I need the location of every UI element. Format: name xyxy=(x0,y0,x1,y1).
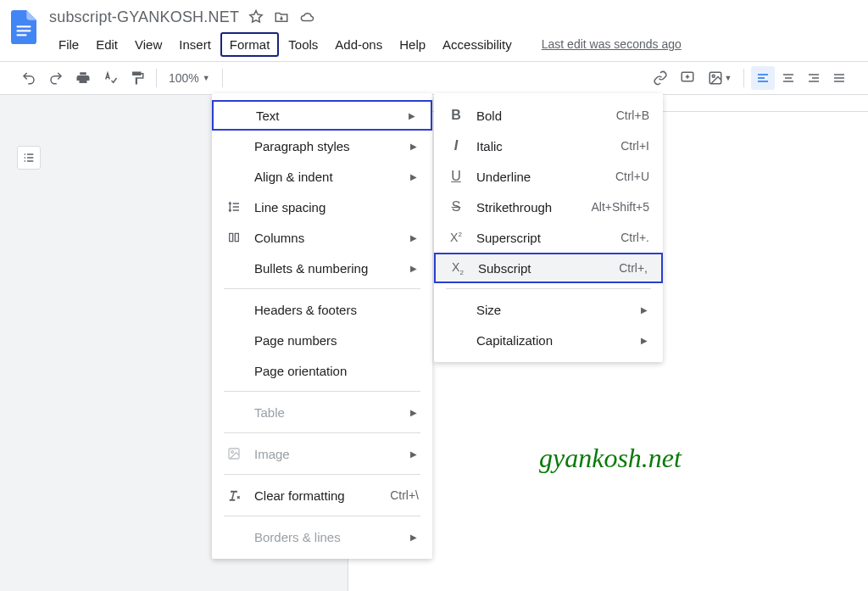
format-clear-formatting[interactable]: Clear formattingCtrl+\ xyxy=(212,480,432,510)
text-submenu: BBoldCtrl+B IItalicCtrl+I UUnderlineCtrl… xyxy=(434,93,663,362)
format-bullets-numbering[interactable]: Bullets & numbering▶ xyxy=(212,253,432,283)
add-comment-icon[interactable] xyxy=(676,66,699,90)
text-capitalization[interactable]: Capitalization▶ xyxy=(434,325,663,355)
line-spacing-icon xyxy=(225,200,242,214)
redo-icon[interactable] xyxy=(44,66,68,90)
undo-icon[interactable] xyxy=(17,66,41,90)
format-paragraph-styles[interactable]: Paragraph styles▶ xyxy=(212,131,432,161)
format-columns[interactable]: Columns▶ xyxy=(212,222,432,253)
align-right-icon[interactable] xyxy=(802,66,826,90)
menu-file[interactable]: File xyxy=(51,34,86,55)
format-line-spacing[interactable]: Line spacing xyxy=(212,192,432,222)
menu-tools[interactable]: Tools xyxy=(281,34,326,55)
align-center-icon[interactable] xyxy=(776,66,800,90)
menu-insert[interactable]: Insert xyxy=(171,34,219,55)
menu-edit[interactable]: Edit xyxy=(88,34,125,55)
align-left-icon[interactable] xyxy=(751,66,775,90)
docs-logo[interactable] xyxy=(8,7,39,47)
submenu-arrow-icon: ▶ xyxy=(410,449,419,459)
submenu-arrow-icon: ▶ xyxy=(409,111,417,120)
svg-rect-1 xyxy=(17,30,31,31)
submenu-arrow-icon: ▶ xyxy=(410,264,419,273)
svg-point-7 xyxy=(231,451,234,454)
submenu-arrow-icon: ▶ xyxy=(410,172,419,181)
spellcheck-icon[interactable] xyxy=(98,66,122,90)
insert-link-icon[interactable] xyxy=(648,66,672,90)
underline-icon: U xyxy=(448,169,465,184)
text-italic[interactable]: IItalicCtrl+I xyxy=(434,131,663,161)
submenu-arrow-icon: ▶ xyxy=(410,532,419,542)
star-icon[interactable] xyxy=(248,8,264,25)
strikethrough-icon: S xyxy=(448,199,465,215)
submenu-arrow-icon: ▶ xyxy=(410,408,419,417)
svg-rect-0 xyxy=(17,25,31,27)
superscript-icon: X2 xyxy=(448,231,465,244)
align-justify-icon[interactable] xyxy=(827,66,851,90)
menu-view[interactable]: View xyxy=(127,34,170,55)
document-title[interactable]: subscript-GYANKOSH.NET xyxy=(49,8,239,26)
text-subscript[interactable]: X2SubscriptCtrl+, xyxy=(434,253,663,283)
watermark-text: gyankosh.net xyxy=(539,443,682,474)
format-page-orientation[interactable]: Page orientation xyxy=(212,355,432,386)
last-edit-link[interactable]: Last edit was seconds ago xyxy=(542,37,682,51)
clear-formatting-icon xyxy=(225,488,242,502)
document-outline-icon[interactable] xyxy=(17,146,41,170)
image-icon xyxy=(225,447,242,460)
text-strikethrough[interactable]: SStrikethroughAlt+Shift+5 xyxy=(434,192,663,222)
zoom-select[interactable]: 100%▼ xyxy=(164,71,215,85)
cloud-status-icon[interactable] xyxy=(298,8,315,25)
insert-image-icon[interactable]: ▼ xyxy=(703,66,737,90)
italic-icon: I xyxy=(448,138,465,153)
paint-format-icon[interactable] xyxy=(125,66,149,90)
format-page-numbers[interactable]: Page numbers xyxy=(212,325,432,355)
format-table[interactable]: Table▶ xyxy=(212,397,432,427)
format-text[interactable]: Text▶ xyxy=(212,100,432,131)
svg-rect-2 xyxy=(17,34,27,36)
menu-format[interactable]: Format xyxy=(220,32,280,57)
submenu-arrow-icon: ▶ xyxy=(410,142,419,151)
format-align-indent[interactable]: Align & indent▶ xyxy=(212,161,432,192)
format-dropdown: Text▶ Paragraph styles▶ Align & indent▶ … xyxy=(212,93,432,559)
text-underline[interactable]: UUnderlineCtrl+U xyxy=(434,161,663,192)
print-icon[interactable] xyxy=(71,66,95,90)
subscript-icon: X2 xyxy=(449,260,466,276)
zoom-value: 100% xyxy=(169,71,199,85)
menu-help[interactable]: Help xyxy=(392,34,433,55)
submenu-arrow-icon: ▶ xyxy=(641,305,649,315)
submenu-arrow-icon: ▶ xyxy=(641,336,649,345)
text-bold[interactable]: BBoldCtrl+B xyxy=(434,100,663,131)
text-size[interactable]: Size▶ xyxy=(434,294,663,325)
bold-icon: B xyxy=(448,108,465,123)
menu-accessibility[interactable]: Accessibility xyxy=(435,34,520,55)
menu-addons[interactable]: Add-ons xyxy=(327,34,390,55)
svg-point-5 xyxy=(712,75,715,77)
text-superscript[interactable]: X2SuperscriptCtrl+. xyxy=(434,222,663,253)
format-borders-lines[interactable]: Borders & lines▶ xyxy=(212,521,432,552)
format-image[interactable]: Image▶ xyxy=(212,438,432,469)
submenu-arrow-icon: ▶ xyxy=(410,233,419,243)
format-headers-footers[interactable]: Headers & footers xyxy=(212,294,432,325)
columns-icon xyxy=(225,231,242,244)
move-folder-icon[interactable] xyxy=(273,8,290,25)
